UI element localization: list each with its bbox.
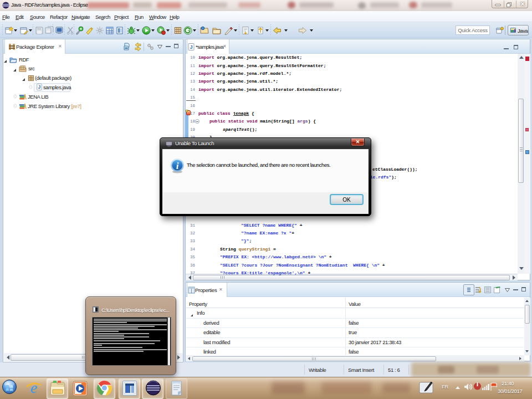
- svg-text:e: e: [30, 380, 37, 396]
- svg-text:i: i: [176, 161, 179, 171]
- svg-text:J: J: [190, 44, 192, 50]
- svg-text:J: J: [38, 84, 41, 89]
